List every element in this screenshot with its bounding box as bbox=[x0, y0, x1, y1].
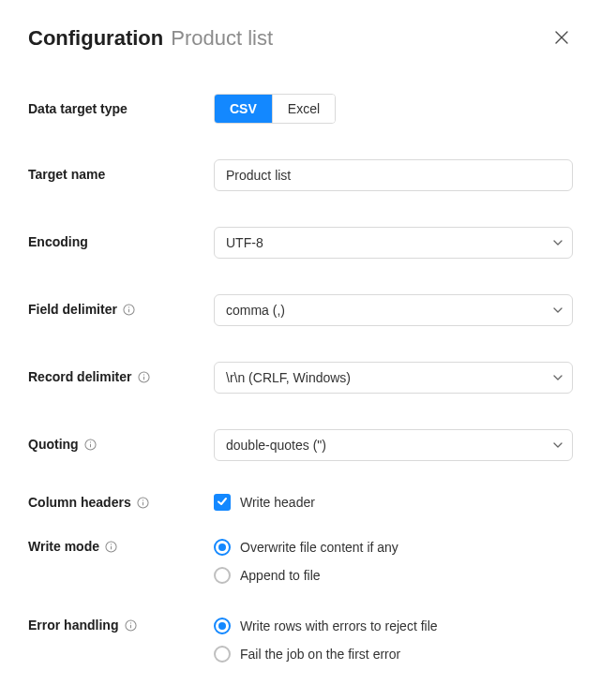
write-header-label: Write header bbox=[240, 495, 315, 510]
svg-point-4 bbox=[128, 306, 129, 307]
label-error-handling: Error handling bbox=[28, 616, 214, 633]
dialog-title: Configuration bbox=[28, 26, 163, 51]
field-target-name: Target name bbox=[28, 159, 573, 191]
label-column-headers: Column headers bbox=[28, 493, 214, 510]
write-header-checkbox[interactable] bbox=[214, 494, 231, 511]
label-data-target-type: Data target type bbox=[28, 94, 214, 116]
svg-point-16 bbox=[111, 544, 112, 544]
chevron-down-icon bbox=[553, 305, 563, 315]
label-record-delimiter: Record delimiter bbox=[28, 362, 214, 384]
svg-point-10 bbox=[90, 441, 91, 442]
label-encoding: Encoding bbox=[28, 227, 214, 249]
error-handling-reject-option[interactable]: Write rows with errors to reject file bbox=[214, 618, 573, 634]
chevron-down-icon bbox=[553, 440, 563, 450]
info-icon[interactable] bbox=[84, 438, 98, 451]
info-icon[interactable] bbox=[137, 496, 150, 509]
field-delimiter-select[interactable]: comma (,) bbox=[214, 294, 573, 326]
configuration-dialog: Configuration Product list Data target t… bbox=[0, 0, 601, 700]
close-icon bbox=[554, 30, 569, 48]
quoting-value: double-quotes (") bbox=[226, 438, 326, 453]
label-field-delimiter: Field delimiter bbox=[28, 294, 214, 317]
label-target-name: Target name bbox=[28, 159, 214, 182]
error-handling-fail-option[interactable]: Fail the job on the first error bbox=[214, 646, 573, 663]
title-group: Configuration Product list bbox=[28, 26, 273, 51]
toggle-csv[interactable]: CSV bbox=[215, 95, 272, 123]
radio-on-icon bbox=[214, 618, 231, 634]
field-field-delimiter: Field delimiter comma (,) bbox=[28, 294, 573, 326]
check-icon bbox=[217, 494, 228, 511]
info-icon[interactable] bbox=[124, 618, 137, 632]
radio-off-icon bbox=[214, 567, 231, 584]
field-error-handling: Error handling Write rows with errors to… bbox=[28, 616, 573, 663]
svg-point-19 bbox=[130, 622, 131, 623]
label-write-mode: Write mode bbox=[28, 537, 214, 554]
encoding-select[interactable]: UTF-8 bbox=[214, 227, 573, 259]
info-icon[interactable] bbox=[137, 370, 150, 383]
chevron-down-icon bbox=[553, 238, 563, 247]
field-quoting: Quoting double-quotes (") bbox=[28, 429, 573, 461]
field-column-headers: Column headers Write header bbox=[28, 493, 573, 511]
control-data-target-type: CSV Excel bbox=[214, 94, 573, 124]
chevron-down-icon bbox=[553, 373, 563, 382]
svg-point-13 bbox=[143, 499, 143, 500]
info-icon[interactable] bbox=[123, 303, 136, 316]
field-write-mode: Write mode Overwrite file content if any… bbox=[28, 537, 573, 584]
data-target-type-toggle: CSV Excel bbox=[214, 94, 336, 124]
toggle-excel[interactable]: Excel bbox=[272, 95, 335, 123]
dialog-header: Configuration Product list bbox=[28, 26, 573, 51]
dialog-subtitle: Product list bbox=[171, 26, 273, 51]
field-encoding: Encoding UTF-8 bbox=[28, 227, 573, 259]
write-mode-append-option[interactable]: Append to file bbox=[214, 567, 573, 584]
radio-off-icon bbox=[214, 646, 231, 663]
write-mode-overwrite-option[interactable]: Overwrite file content if any bbox=[214, 539, 573, 556]
field-record-delimiter: Record delimiter \r\n (CRLF, Windows) bbox=[28, 362, 573, 394]
label-quoting: Quoting bbox=[28, 429, 214, 452]
field-data-target-type: Data target type CSV Excel bbox=[28, 94, 573, 124]
radio-on-icon bbox=[214, 539, 231, 556]
target-name-input[interactable] bbox=[214, 159, 573, 191]
svg-point-7 bbox=[143, 374, 144, 375]
record-delimiter-value: \r\n (CRLF, Windows) bbox=[226, 370, 351, 385]
close-button[interactable] bbox=[550, 27, 573, 50]
info-icon[interactable] bbox=[105, 540, 118, 553]
encoding-value: UTF-8 bbox=[226, 235, 263, 250]
quoting-select[interactable]: double-quotes (") bbox=[214, 429, 573, 461]
record-delimiter-select[interactable]: \r\n (CRLF, Windows) bbox=[214, 362, 573, 394]
field-delimiter-value: comma (,) bbox=[226, 303, 285, 318]
